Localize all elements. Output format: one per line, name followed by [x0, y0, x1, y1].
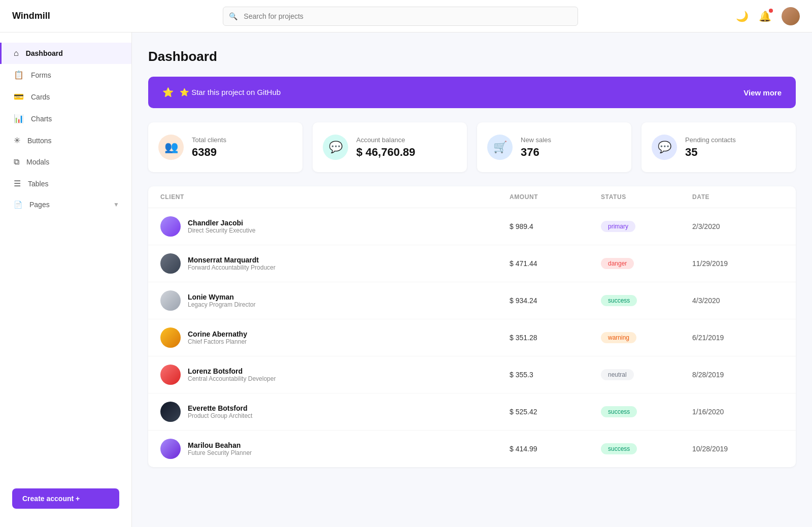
status-cell: danger	[601, 258, 692, 269]
client-info: Monserrat Marquardt Forward Accountabili…	[188, 256, 276, 271]
date-cell: 10/28/2019	[692, 445, 784, 453]
client-cell: Chandler Jacobi Direct Security Executiv…	[160, 216, 510, 237]
stat-card-contacts: 💬 Pending contacts 35	[641, 122, 796, 172]
banner-text: ⭐ Star this project on GitHub	[180, 88, 281, 97]
amount-cell: $ 525.42	[510, 408, 601, 416]
table-body: Chandler Jacobi Direct Security Executiv…	[148, 208, 796, 467]
client-name: Everette Botsford	[188, 404, 252, 412]
client-name: Monserrat Marquardt	[188, 256, 276, 264]
status-badge: warning	[601, 332, 636, 343]
sidebar-item-dashboard[interactable]: ⌂ Dashboard	[0, 43, 131, 64]
client-avatar	[160, 365, 181, 385]
notification-icon[interactable]: 🔔	[759, 10, 771, 22]
pages-icon: 📄	[14, 201, 22, 209]
sidebar-item-tables[interactable]: ☰ Tables	[0, 173, 131, 194]
date-cell: 2/3/2020	[692, 222, 784, 230]
stat-info-balance: Account balance $ 46,760.89	[356, 136, 415, 159]
table-row: Corine Abernathy Chief Factors Planner $…	[148, 319, 796, 356]
topbar: Windmill 🔍 🌙 🔔	[0, 0, 812, 32]
client-cell: Lorenz Botsford Central Accountability D…	[160, 365, 510, 385]
stat-label-balance: Account balance	[356, 136, 415, 144]
status-cell: success	[601, 443, 692, 454]
table-row: Monserrat Marquardt Forward Accountabili…	[148, 245, 796, 282]
stat-value-sales: 376	[521, 146, 551, 159]
stat-icon-contacts: 💬	[652, 135, 677, 160]
stat-label-sales: New sales	[521, 136, 551, 144]
client-name: Lonie Wyman	[188, 293, 255, 301]
client-role: Future Security Planner	[188, 449, 252, 456]
avatar[interactable]	[782, 7, 800, 25]
status-badge: success	[601, 443, 637, 454]
stat-icon-clients: 👥	[158, 135, 184, 160]
amount-cell: $ 351.28	[510, 334, 601, 342]
table-header: CLIENT AMOUNT STATUS DATE	[148, 186, 796, 208]
status-badge: success	[601, 406, 637, 417]
clients-table: CLIENT AMOUNT STATUS DATE Chandler Jacob…	[148, 186, 796, 467]
stat-value-clients: 6389	[192, 146, 226, 159]
status-cell: primary	[601, 221, 692, 232]
avatar-image	[782, 7, 800, 25]
table-row: Everette Botsford Product Group Architec…	[148, 393, 796, 431]
dashboard-icon: ⌂	[14, 49, 19, 58]
status-cell: success	[601, 406, 692, 417]
client-role: Direct Security Executive	[188, 227, 255, 234]
sidebar-item-modals[interactable]: ⧉ Modals	[0, 151, 131, 173]
client-avatar	[160, 290, 181, 311]
sidebar-item-charts[interactable]: 📊 Charts	[0, 108, 131, 129]
col-date: DATE	[692, 193, 784, 201]
stat-icon-balance: 💬	[323, 135, 348, 160]
sidebar-item-forms[interactable]: 📋 Forms	[0, 64, 131, 86]
stat-info-sales: New sales 376	[521, 136, 551, 159]
stat-icon-sales: 🛒	[487, 135, 513, 160]
status-badge: neutral	[601, 369, 634, 380]
status-badge: danger	[601, 258, 634, 269]
table-row: Marilou Beahan Future Security Planner $…	[148, 431, 796, 467]
buttons-icon: ✳	[14, 136, 20, 145]
sidebar-label-tables: Tables	[28, 180, 48, 188]
client-role: Product Group Architect	[188, 412, 252, 419]
client-role: Central Accountability Developer	[188, 375, 276, 382]
create-account-button[interactable]: Create account +	[12, 488, 119, 509]
page-title: Dashboard	[148, 49, 796, 64]
tables-icon: ☰	[14, 179, 21, 188]
client-avatar	[160, 439, 181, 459]
client-name: Corine Abernathy	[188, 330, 247, 338]
client-cell: Corine Abernathy Chief Factors Planner	[160, 327, 510, 348]
stat-info-clients: Total clients 6389	[192, 136, 226, 159]
banner-view-more[interactable]: View more	[743, 88, 782, 97]
star-icon: ⭐	[162, 87, 174, 98]
client-avatar	[160, 327, 181, 348]
status-cell: success	[601, 295, 692, 306]
stats-row: 👥 Total clients 6389 💬 Account balance $…	[148, 122, 796, 172]
table-row: Chandler Jacobi Direct Security Executiv…	[148, 208, 796, 245]
client-name: Chandler Jacobi	[188, 219, 255, 227]
client-name: Marilou Beahan	[188, 441, 252, 449]
stat-value-balance: $ 46,760.89	[356, 146, 415, 159]
topbar-right: 🌙 🔔	[736, 7, 800, 25]
stat-card-total-clients: 👥 Total clients 6389	[148, 122, 302, 172]
layout: ⌂ Dashboard 📋 Forms 💳 Cards 📊 Charts ✳ B…	[0, 32, 812, 527]
forms-icon: 📋	[14, 70, 24, 80]
theme-toggle-icon[interactable]: 🌙	[736, 10, 749, 22]
client-info: Chandler Jacobi Direct Security Executiv…	[188, 219, 255, 234]
sidebar-item-buttons[interactable]: ✳ Buttons	[0, 129, 131, 151]
table-row: Lorenz Botsford Central Accountability D…	[148, 356, 796, 393]
sidebar-item-cards[interactable]: 💳 Cards	[0, 86, 131, 108]
client-role: Legacy Program Director	[188, 301, 255, 308]
sidebar-item-pages[interactable]: 📄 Pages ▼	[0, 194, 131, 215]
col-amount: AMOUNT	[510, 193, 601, 201]
sidebar: ⌂ Dashboard 📋 Forms 💳 Cards 📊 Charts ✳ B…	[0, 32, 132, 527]
client-info: Everette Botsford Product Group Architec…	[188, 404, 252, 419]
client-role: Forward Accountability Producer	[188, 264, 276, 271]
stat-card-balance: 💬 Account balance $ 46,760.89	[313, 122, 467, 172]
client-cell: Lonie Wyman Legacy Program Director	[160, 290, 510, 311]
search-input[interactable]	[223, 7, 578, 26]
date-cell: 8/28/2019	[692, 371, 784, 379]
stat-info-contacts: Pending contacts 35	[685, 136, 736, 159]
sidebar-label-pages: Pages	[29, 201, 50, 209]
sidebar-label-dashboard: Dashboard	[26, 49, 63, 57]
cards-icon: 💳	[14, 92, 24, 102]
stat-value-contacts: 35	[685, 146, 736, 159]
client-info: Marilou Beahan Future Security Planner	[188, 441, 252, 456]
charts-icon: 📊	[14, 114, 24, 123]
